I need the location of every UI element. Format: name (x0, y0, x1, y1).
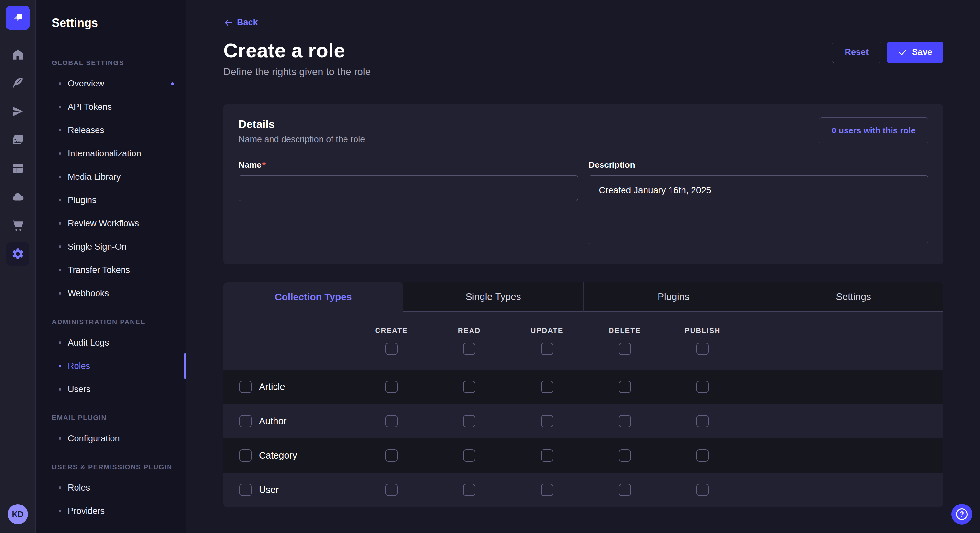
settings-gear-icon (6, 242, 30, 265)
author-publish-checkbox[interactable] (697, 415, 709, 427)
tab-single-types[interactable]: Single Types (404, 282, 584, 311)
category-publish-checkbox[interactable] (697, 449, 709, 462)
column-create: CREATE (353, 327, 430, 355)
category-delete-checkbox[interactable] (619, 449, 631, 462)
sidebar-title-divider (52, 45, 67, 45)
nav-footer: KD (0, 496, 36, 533)
select-all-read-checkbox[interactable] (463, 343, 476, 355)
reset-button[interactable]: Reset (832, 42, 881, 63)
table-row-author: Author (223, 404, 943, 438)
back-link[interactable]: Back (223, 17, 258, 27)
releases-nav-button[interactable] (0, 97, 36, 125)
user-create-checkbox[interactable] (385, 484, 398, 496)
category-create-checkbox[interactable] (385, 449, 398, 462)
sidebar-item-releases[interactable]: Releases (36, 119, 186, 142)
sidebar-item-audit-logs[interactable]: Audit Logs (36, 331, 186, 354)
author-update-checkbox[interactable] (541, 415, 553, 427)
notification-dot (171, 82, 174, 85)
sidebar-item-review-workflows[interactable]: Review Workflows (36, 212, 186, 235)
layout-icon (6, 157, 30, 180)
tab-collection-types[interactable]: Collection Types (223, 282, 404, 311)
cart-icon (6, 214, 30, 237)
content-type-builder-nav-button[interactable] (0, 154, 36, 182)
row-label-cell: User (223, 484, 353, 496)
select-all-publish-checkbox[interactable] (697, 343, 709, 355)
sidebar-item-internationalization[interactable]: Internationalization (36, 142, 186, 165)
sidebar-item-providers[interactable]: Providers (36, 499, 186, 523)
name-label: Name* (239, 160, 578, 170)
sidebar-item-plugins[interactable]: Plugins (36, 189, 186, 212)
column-read: READ (430, 327, 508, 355)
home-nav-button[interactable] (0, 40, 36, 69)
article-create-checkbox[interactable] (385, 381, 398, 393)
author-create-checkbox[interactable] (385, 415, 398, 427)
strapi-logo-mark (11, 11, 25, 25)
send-icon (6, 100, 30, 123)
sidebar-item-api-tokens[interactable]: API Tokens (36, 95, 186, 119)
strapi-logo[interactable] (5, 5, 30, 30)
user-row-checkbox[interactable] (240, 484, 252, 496)
page-header: Create a role Define the rights given to… (223, 40, 943, 78)
description-label: Description (589, 160, 929, 170)
table-row-category: Category (223, 438, 943, 473)
settings-sidebar: Settings GLOBAL SETTINGS Overview API To… (36, 0, 186, 533)
users-with-role-button[interactable]: 0 users with this role (819, 117, 928, 144)
article-publish-checkbox[interactable] (697, 381, 709, 393)
name-input[interactable] (239, 175, 578, 201)
author-read-checkbox[interactable] (463, 415, 476, 427)
sidebar-item-configuration[interactable]: Configuration (36, 427, 186, 450)
author-delete-checkbox[interactable] (619, 415, 631, 427)
article-delete-checkbox[interactable] (619, 381, 631, 393)
sidebar-item-webhooks[interactable]: Webhooks (36, 282, 186, 305)
user-delete-checkbox[interactable] (619, 484, 631, 496)
home-icon (6, 43, 30, 66)
description-field-group: Description Created January 16th, 2025 (589, 160, 929, 246)
sidebar-item-roles-up[interactable]: Roles (36, 476, 186, 499)
tab-settings[interactable]: Settings (764, 282, 944, 311)
main-content: Back Create a role Define the rights giv… (186, 0, 980, 533)
user-update-checkbox[interactable] (541, 484, 553, 496)
category-read-checkbox[interactable] (463, 449, 476, 462)
table-row-user: User (223, 473, 943, 507)
sidebar-item-media-library[interactable]: Media Library (36, 165, 186, 189)
sidebar-item-single-sign-on[interactable]: Single Sign-On (36, 235, 186, 259)
category-row-checkbox[interactable] (240, 449, 252, 462)
sidebar-item-users[interactable]: Users (36, 378, 186, 401)
author-row-checkbox[interactable] (240, 415, 252, 427)
article-row-checkbox[interactable] (240, 381, 252, 393)
settings-nav-button[interactable] (0, 240, 36, 268)
user-publish-checkbox[interactable] (697, 484, 709, 496)
content-manager-nav-button[interactable] (0, 69, 36, 97)
table-row-article: Article (223, 370, 943, 404)
description-textarea[interactable]: Created January 16th, 2025 (589, 175, 929, 244)
nav-footer-divider (0, 496, 36, 497)
sidebar-item-overview[interactable]: Overview (36, 72, 186, 95)
help-button[interactable]: ? (951, 504, 972, 525)
tab-plugins[interactable]: Plugins (583, 282, 764, 311)
section-header: GLOBAL SETTINGS (52, 59, 186, 67)
details-fields: Name* Description Created January 16th, … (239, 160, 928, 246)
main-nav: KD (0, 0, 36, 533)
save-button[interactable]: Save (887, 42, 943, 63)
permissions-panel: CREATE READ UPDATE DELETE (223, 311, 943, 507)
row-label-cell: Article (223, 381, 353, 393)
section-email-plugin: EMAIL PLUGIN Configuration (36, 414, 186, 450)
select-all-delete-checkbox[interactable] (619, 343, 631, 355)
section-header: ADMINISTRATION PANEL (52, 318, 186, 326)
column-delete: DELETE (586, 327, 664, 355)
article-update-checkbox[interactable] (541, 381, 553, 393)
category-update-checkbox[interactable] (541, 449, 553, 462)
select-all-create-checkbox[interactable] (385, 343, 398, 355)
media-library-nav-button[interactable] (0, 125, 36, 154)
user-read-checkbox[interactable] (463, 484, 476, 496)
question-mark-icon: ? (956, 508, 968, 520)
article-read-checkbox[interactable] (463, 381, 476, 393)
page-subtitle: Define the rights given to the role (223, 66, 371, 78)
sidebar-item-transfer-tokens[interactable]: Transfer Tokens (36, 259, 186, 282)
select-all-update-checkbox[interactable] (541, 343, 553, 355)
deploy-nav-button[interactable] (0, 182, 36, 211)
marketplace-nav-button[interactable] (0, 211, 36, 240)
user-avatar[interactable]: KD (8, 504, 28, 524)
nav-icon-list (0, 40, 36, 268)
sidebar-item-roles-admin[interactable]: Roles (36, 354, 186, 378)
